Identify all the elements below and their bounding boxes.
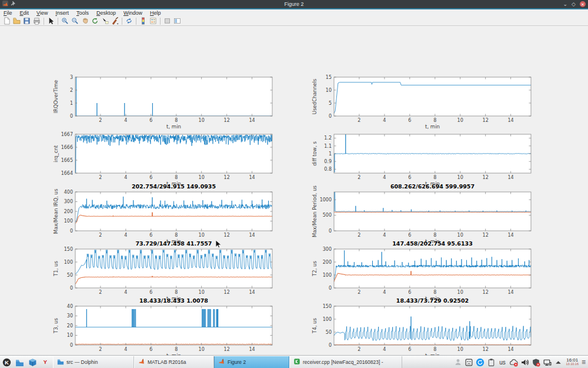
svg-text:100: 100 [64, 218, 73, 224]
svg-text:300: 300 [64, 199, 73, 204]
hide-plot-tools-button[interactable] [162, 17, 172, 25]
svg-text:Y: Y [44, 359, 48, 365]
cloud-offline-icon[interactable] [509, 357, 519, 367]
security-icon[interactable] [532, 357, 541, 367]
svg-text:3: 3 [70, 75, 73, 80]
launcher-dolphin-folder[interactable] [15, 357, 24, 367]
insert-legend-button[interactable] [148, 17, 158, 25]
subplot-diff-tow: 24681012140.80.911.11.2t, mindiff tow, s [294, 125, 541, 191]
zoom-out-button[interactable] [70, 17, 80, 25]
svg-text:12: 12 [483, 233, 489, 238]
subplot-svg-irq-cnt: 24681012141664166516661667t, minirq_cnt [35, 125, 282, 191]
sync-icon[interactable] [476, 357, 485, 367]
svg-text:1664: 1664 [61, 171, 73, 176]
svg-text:200: 200 [64, 209, 73, 214]
svg-text:10: 10 [199, 233, 205, 238]
svg-text:0: 0 [70, 228, 73, 234]
pan-hand-icon [81, 17, 89, 25]
menu-edit[interactable]: Edit [20, 10, 29, 16]
zoom-in-button[interactable] [60, 17, 70, 25]
launcher-cube-app[interactable] [28, 357, 37, 367]
subplot-svg-t4: 2468101214050100150t, minT4, us18.433/73… [294, 297, 541, 363]
svg-text:200: 200 [323, 260, 332, 265]
user-icon[interactable] [453, 357, 463, 367]
panel-expand-icon[interactable] [554, 357, 563, 367]
save-button[interactable] [22, 17, 32, 25]
print-icon [33, 17, 41, 25]
subplot-title: 202.754/294.915 149.0935 [132, 183, 216, 190]
subplot-t3: 2468101214010203040t, minT3, us18.433/18… [35, 297, 282, 363]
rotate-3d-icon [91, 17, 99, 25]
svg-text:0.8: 0.8 [324, 167, 332, 172]
svg-text:0: 0 [70, 343, 73, 348]
pan-hand-button[interactable] [80, 17, 90, 25]
svg-text:1000: 1000 [320, 197, 332, 203]
svg-text:8: 8 [175, 233, 178, 238]
pin-icon[interactable] [11, 1, 15, 7]
menu-help[interactable]: Help [150, 10, 161, 16]
data-cursor-button[interactable] [100, 17, 110, 25]
rotate-3d-button[interactable] [90, 17, 100, 25]
svg-text:10: 10 [326, 88, 332, 93]
svg-text:14: 14 [249, 290, 255, 295]
network-icon[interactable] [543, 357, 552, 367]
svg-text:6: 6 [408, 347, 411, 352]
open-folder-button[interactable] [12, 17, 22, 25]
window-titlebar[interactable]: Figure 2 ⌄ ◇ ✕ [0, 0, 588, 8]
pointer-button[interactable] [46, 17, 56, 25]
svg-text:10: 10 [199, 118, 205, 123]
svg-text:10: 10 [67, 333, 73, 338]
menu-tools[interactable]: Tools [76, 10, 89, 16]
toolbar-separator [160, 18, 161, 25]
subplot-title: 18.433/73.729 0.92502 [396, 297, 469, 304]
menu-file[interactable]: File [4, 10, 12, 16]
keyboard-layout[interactable]: us [498, 357, 507, 367]
svg-text:4: 4 [383, 118, 386, 123]
pointer-icon [47, 17, 55, 25]
svg-text:1666: 1666 [61, 145, 73, 150]
svg-text:50: 50 [326, 330, 332, 335]
svg-text:10: 10 [457, 175, 463, 180]
menu-desktop[interactable]: Desktop [96, 10, 116, 16]
link-plots-icon [125, 17, 133, 25]
task-matlab-r2016a[interactable]: MATLAB R2016a [134, 356, 214, 368]
svg-text:6: 6 [149, 175, 152, 180]
hide-plot-tools-icon [163, 17, 171, 25]
menu-view[interactable]: View [36, 10, 48, 16]
app-crash-icon[interactable] [465, 357, 474, 367]
subplot-title: 73.729/147.458 41.7557 [136, 240, 212, 247]
close-button[interactable]: ✕ [580, 1, 586, 7]
clock[interactable]: 16:0113.10.16 [566, 358, 579, 366]
svg-text:4: 4 [383, 290, 386, 295]
link-plots-button[interactable] [124, 17, 134, 25]
task-receiver-cpp-newfacq-20160823-[interactable]: receiver.cpp [NewFacq_20160823] - [289, 356, 402, 368]
svg-text:10: 10 [457, 118, 463, 123]
insert-colorbar-button[interactable] [138, 17, 148, 25]
launcher-kde-menu[interactable]: K [2, 357, 11, 367]
ylabel: T3, us [53, 318, 59, 334]
minimize-button[interactable]: ⌄ [563, 2, 568, 7]
maximize-button[interactable]: ◇ [572, 2, 576, 7]
save-icon [23, 17, 31, 25]
menu-insert[interactable]: Insert [55, 10, 69, 16]
panel-menu-icon[interactable]: ≡ [582, 358, 586, 366]
task-figure-2[interactable]: Figure 2 [214, 356, 289, 368]
print-button[interactable] [32, 17, 42, 25]
svg-text:2: 2 [70, 88, 73, 93]
launcher-y-app[interactable]: Y [41, 357, 50, 367]
menu-window[interactable]: Window [123, 10, 142, 16]
task-src-dolphin[interactable]: src — Dolphin [53, 356, 134, 368]
system-tray: us16:0113.10.16≡ [453, 356, 587, 368]
show-plot-tools-button[interactable] [172, 17, 182, 25]
svg-text:8: 8 [175, 347, 178, 352]
new-document-button[interactable] [2, 17, 12, 25]
svg-text:8: 8 [433, 233, 436, 238]
svg-text:400: 400 [64, 190, 73, 195]
volume-icon[interactable] [520, 357, 530, 367]
brush-button[interactable] [110, 17, 120, 25]
subplot-svg-t1: 2468101214050100150t, minT1, us73.729/14… [35, 240, 282, 306]
svg-text:8: 8 [433, 118, 436, 123]
clipboard-icon[interactable] [487, 357, 496, 367]
svg-text:150: 150 [323, 304, 332, 309]
zoom-in-icon [61, 17, 69, 25]
